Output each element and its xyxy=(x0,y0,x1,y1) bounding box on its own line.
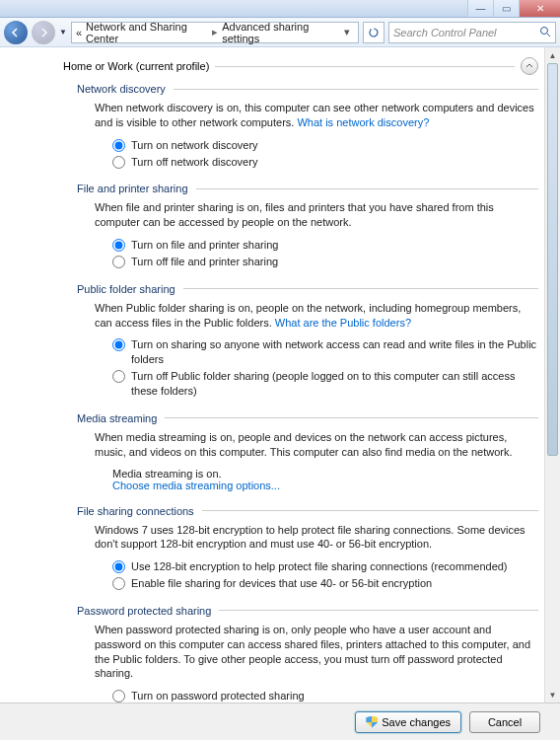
back-arrow-icon xyxy=(11,28,21,37)
breadcrumb-separator-icon: ▸ xyxy=(212,26,218,38)
section-desc: When file and printer sharing is on, fil… xyxy=(95,200,538,230)
save-changes-button[interactable]: Save changes xyxy=(355,711,461,733)
section-desc: When password protected sharing is on, o… xyxy=(95,623,538,681)
section-title: Network discovery xyxy=(77,83,166,95)
search-icon xyxy=(539,26,551,39)
radio-nd-on[interactable]: Turn on network discovery xyxy=(112,138,538,153)
forward-button[interactable] xyxy=(32,21,55,44)
radio-enc-128[interactable]: Use 128-bit encryption to help protect f… xyxy=(112,559,538,574)
svg-point-0 xyxy=(541,27,548,34)
radio-enc-4056[interactable]: Enable file sharing for devices that use… xyxy=(112,576,538,591)
breadcrumb[interactable]: « Network and Sharing Center ▸ Advanced … xyxy=(71,22,359,43)
radio-fp-on[interactable]: Turn on file and printer sharing xyxy=(112,238,538,253)
minimize-button[interactable]: — xyxy=(467,0,493,17)
radio-input[interactable] xyxy=(112,156,125,169)
divider xyxy=(215,66,515,67)
search-placeholder: Search Control Panel xyxy=(393,27,497,38)
control-panel-window: — ▭ ✕ ▼ « Network and Sharing Center ▸ A… xyxy=(0,0,560,740)
svg-line-1 xyxy=(547,34,550,37)
section-password-protected-sharing: Password protected sharing When password… xyxy=(77,605,538,703)
back-button[interactable] xyxy=(4,21,28,44)
breadcrumb-dropdown-icon[interactable]: ▾ xyxy=(340,26,354,38)
button-label: Save changes xyxy=(382,716,451,728)
profile-title: Home or Work (current profile) xyxy=(63,60,209,72)
section-title: Public folder sharing xyxy=(77,283,175,295)
scroll-down-arrow-icon[interactable]: ▼ xyxy=(545,687,560,703)
radio-input[interactable] xyxy=(112,370,125,383)
close-button[interactable]: ✕ xyxy=(519,0,560,17)
section-public-folder-sharing: Public folder sharing When Public folder… xyxy=(77,283,538,399)
section-file-printer-sharing: File and printer sharing When file and p… xyxy=(77,183,538,268)
link-media-streaming-options[interactable]: Choose media streaming options... xyxy=(112,480,280,491)
radio-pf-off[interactable]: Turn off Public folder sharing (people l… xyxy=(112,369,538,399)
section-desc: Windows 7 uses 128-bit encryption to hel… xyxy=(95,523,538,553)
section-title: Media streaming xyxy=(77,412,157,424)
cancel-button[interactable]: Cancel xyxy=(469,711,540,733)
forward-arrow-icon xyxy=(38,28,48,37)
collapse-button[interactable] xyxy=(521,57,538,75)
breadcrumb-parent[interactable]: Network and Sharing Center xyxy=(86,21,208,44)
scroll-up-arrow-icon[interactable]: ▲ xyxy=(545,47,560,63)
section-title: File and printer sharing xyxy=(77,183,188,194)
section-title: File sharing connections xyxy=(77,505,194,517)
refresh-button[interactable] xyxy=(363,22,385,43)
footer: Save changes Cancel xyxy=(0,703,560,740)
radio-input[interactable] xyxy=(112,139,125,152)
radio-input[interactable] xyxy=(112,577,125,590)
chevron-up-icon xyxy=(525,62,533,70)
radio-pf-on[interactable]: Turn on sharing so anyone with network a… xyxy=(112,337,538,367)
breadcrumb-current[interactable]: Advanced sharing settings xyxy=(222,21,335,44)
section-network-discovery: Network discovery When network discovery… xyxy=(77,83,538,169)
link-what-is-network-discovery[interactable]: What is network discovery? xyxy=(297,116,429,128)
button-label: Cancel xyxy=(488,716,522,728)
radio-input[interactable] xyxy=(112,560,125,573)
link-what-are-public-folders[interactable]: What are the Public folders? xyxy=(275,317,411,329)
section-desc: When media streaming is on, people and d… xyxy=(95,430,538,460)
section-media-streaming: Media streaming When media streaming is … xyxy=(77,412,538,491)
radio-input[interactable] xyxy=(112,256,125,268)
section-file-sharing-connections: File sharing connections Windows 7 uses … xyxy=(77,505,538,591)
refresh-icon xyxy=(368,27,380,38)
vertical-scrollbar[interactable]: ▲ ▼ xyxy=(544,47,560,703)
profile-header-home[interactable]: Home or Work (current profile) xyxy=(63,57,538,75)
radio-input[interactable] xyxy=(112,338,125,351)
radio-input[interactable] xyxy=(112,690,125,703)
radio-fp-off[interactable]: Turn off file and printer sharing xyxy=(112,255,538,269)
maximize-button[interactable]: ▭ xyxy=(493,0,519,17)
history-dropdown-icon[interactable]: ▼ xyxy=(59,28,67,37)
content-area: Home or Work (current profile) Network d… xyxy=(0,47,560,703)
radio-pw-on[interactable]: Turn on password protected sharing xyxy=(112,689,538,703)
section-title: Password protected sharing xyxy=(77,605,211,617)
breadcrumb-prefix: « xyxy=(76,27,82,38)
titlebar: — ▭ ✕ xyxy=(0,0,560,18)
search-input[interactable]: Search Control Panel xyxy=(388,22,556,43)
navigation-bar: ▼ « Network and Sharing Center ▸ Advance… xyxy=(0,18,560,47)
shield-icon xyxy=(366,716,378,728)
radio-input[interactable] xyxy=(112,239,125,252)
media-streaming-status: Media streaming is on. xyxy=(112,468,538,480)
scroll-thumb[interactable] xyxy=(547,63,558,456)
radio-nd-off[interactable]: Turn off network discovery xyxy=(112,155,538,170)
